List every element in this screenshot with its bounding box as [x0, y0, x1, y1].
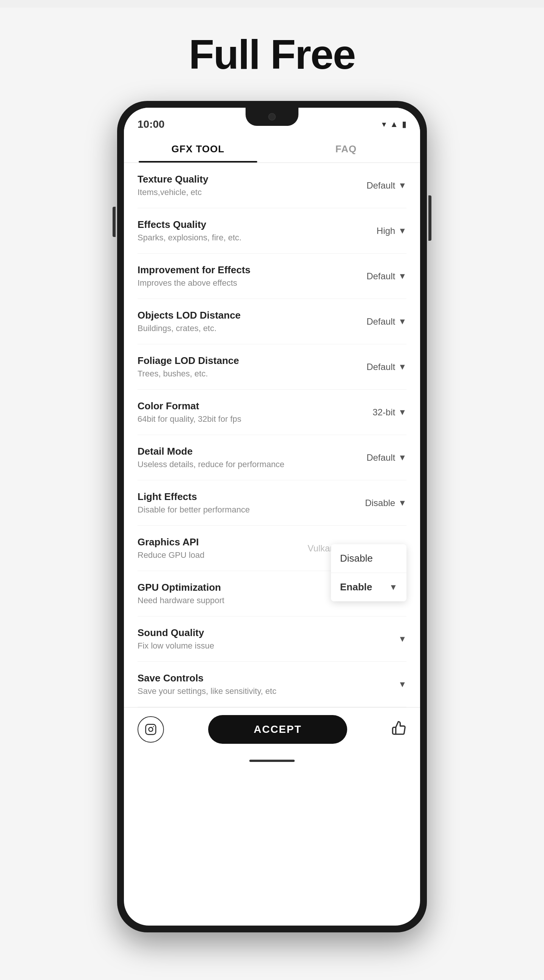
- setting-row-sound-quality: Sound Quality Fix low volume issue ▼: [138, 616, 406, 662]
- dropdown-arrow-color-format[interactable]: ▼: [398, 407, 406, 417]
- phone-shell: 10:00 ▾ ▲ ▮ GFX TOOL FAQ: [117, 101, 427, 932]
- setting-row-texture-quality: Texture Quality Items,vehicle, etc Defau…: [138, 163, 406, 208]
- page-wrapper: Full Free 10:00 ▾ ▲ ▮ GFX TOOL FAQ: [0, 8, 544, 980]
- dropdown-option-enable-label: Enable: [340, 581, 372, 593]
- status-icons: ▾ ▲ ▮: [382, 119, 406, 129]
- setting-name-effects-quality: Effects Quality: [138, 219, 338, 231]
- camera-dot: [268, 113, 276, 121]
- setting-left: Improvement for Effects Improves the abo…: [138, 264, 338, 288]
- status-bar: 10:00 ▾ ▲ ▮: [124, 108, 420, 134]
- dropdown-arrow-sound-quality[interactable]: ▼: [398, 634, 406, 644]
- wifi-icon: ▾: [382, 119, 386, 129]
- setting-row-effects-quality: Effects Quality Sparks, explosions, fire…: [138, 208, 406, 254]
- setting-right[interactable]: Default ▼: [338, 180, 406, 191]
- setting-row-objects-lod: Objects LOD Distance Buildings, crates, …: [138, 299, 406, 344]
- setting-value-foliage-lod: Default: [366, 362, 395, 372]
- setting-right[interactable]: Default ▼: [338, 317, 406, 327]
- setting-desc-save-controls: Save your settings, like sensitivity, et…: [138, 686, 338, 696]
- setting-row-improvement-effects: Improvement for Effects Improves the abo…: [138, 254, 406, 299]
- setting-right[interactable]: High ▼: [338, 226, 406, 236]
- setting-value-objects-lod: Default: [366, 317, 395, 327]
- dropdown-option-enable[interactable]: Enable ▼: [331, 573, 406, 601]
- tabs: GFX TOOL FAQ: [124, 134, 420, 163]
- bottom-bar: ACCEPT: [124, 707, 420, 755]
- setting-right[interactable]: ▼: [338, 679, 406, 689]
- dropdown-arrow-save-controls[interactable]: ▼: [398, 679, 406, 689]
- phone-inner: 10:00 ▾ ▲ ▮ GFX TOOL FAQ: [124, 108, 420, 926]
- accept-button[interactable]: ACCEPT: [208, 715, 347, 744]
- home-indicator: [124, 755, 420, 771]
- dropdown-arrow-improvement-effects[interactable]: ▼: [398, 271, 406, 281]
- page-title: Full Free: [189, 30, 355, 78]
- setting-name-sound-quality: Sound Quality: [138, 627, 338, 639]
- settings-list: Texture Quality Items,vehicle, etc Defau…: [124, 163, 420, 707]
- setting-left: Effects Quality Sparks, explosions, fire…: [138, 219, 338, 243]
- setting-left: Foliage LOD Distance Trees, bushes, etc.: [138, 355, 338, 379]
- setting-name-save-controls: Save Controls: [138, 672, 338, 684]
- setting-desc-foliage-lod: Trees, bushes, etc.: [138, 369, 338, 379]
- status-time: 10:00: [138, 118, 165, 130]
- dropdown-arrow-foliage-lod[interactable]: ▼: [398, 362, 406, 372]
- setting-left: Objects LOD Distance Buildings, crates, …: [138, 310, 338, 333]
- setting-right[interactable]: Default ▼: [338, 362, 406, 372]
- setting-desc-graphics-api: Reduce GPU load: [138, 550, 308, 560]
- instagram-button[interactable]: [138, 716, 164, 743]
- setting-value-effects-quality: High: [377, 226, 395, 236]
- setting-left: Graphics API Reduce GPU load: [138, 536, 308, 560]
- setting-row-save-controls: Save Controls Save your settings, like s…: [138, 662, 406, 707]
- setting-value-detail-mode: Default: [366, 452, 395, 463]
- phone-power-button: [428, 196, 431, 241]
- phone-volume-button: [113, 207, 116, 237]
- dropdown-selected-arrow: ▼: [389, 582, 397, 592]
- signal-icon: ▲: [390, 119, 398, 129]
- thumbs-up-icon: [392, 721, 406, 735]
- setting-left: Save Controls Save your settings, like s…: [138, 672, 338, 696]
- dropdown-arrow-light-effects[interactable]: ▼: [398, 498, 406, 508]
- setting-name-color-format: Color Format: [138, 400, 338, 412]
- dropdown-option-disable[interactable]: Disable: [331, 544, 406, 573]
- setting-desc-detail-mode: Useless details, reduce for performance: [138, 460, 338, 469]
- dropdown-popup: Disable Enable ▼: [331, 544, 406, 601]
- setting-row-detail-mode: Detail Mode Useless details, reduce for …: [138, 435, 406, 480]
- setting-right[interactable]: Default ▼: [338, 452, 406, 463]
- setting-left: Sound Quality Fix low volume issue: [138, 627, 338, 651]
- setting-name-gpu-optimization: GPU Optimization: [138, 582, 338, 593]
- setting-desc-light-effects: Disable for better performance: [138, 505, 338, 515]
- setting-desc-sound-quality: Fix low volume issue: [138, 641, 338, 651]
- dropdown-arrow-objects-lod[interactable]: ▼: [398, 317, 406, 326]
- setting-right[interactable]: Default ▼: [338, 271, 406, 282]
- svg-rect-0: [146, 724, 156, 735]
- setting-name-texture-quality: Texture Quality: [138, 173, 338, 185]
- setting-desc-objects-lod: Buildings, crates, etc.: [138, 323, 338, 333]
- like-button[interactable]: [392, 721, 406, 739]
- setting-left: Texture Quality Items,vehicle, etc: [138, 173, 338, 197]
- setting-name-improvement-effects: Improvement for Effects: [138, 264, 338, 276]
- tab-faq[interactable]: FAQ: [272, 134, 420, 162]
- tab-gfx-tool[interactable]: GFX TOOL: [124, 134, 272, 162]
- setting-right[interactable]: Disable ▼: [338, 498, 406, 508]
- setting-left: GPU Optimization Need hardware support: [138, 582, 338, 605]
- setting-value-light-effects: Disable: [365, 498, 395, 508]
- setting-name-detail-mode: Detail Mode: [138, 445, 338, 457]
- dropdown-option-disable-label: Disable: [340, 552, 373, 564]
- setting-desc-color-format: 64bit for quality, 32bit for fps: [138, 414, 338, 424]
- setting-left: Light Effects Disable for better perform…: [138, 491, 338, 515]
- battery-icon: ▮: [402, 119, 406, 129]
- setting-name-objects-lod: Objects LOD Distance: [138, 310, 338, 321]
- dropdown-arrow-detail-mode[interactable]: ▼: [398, 453, 406, 463]
- setting-name-graphics-api: Graphics API: [138, 536, 308, 548]
- setting-desc-improvement-effects: Improves the above effects: [138, 278, 338, 288]
- dropdown-arrow-texture-quality[interactable]: ▼: [398, 181, 406, 191]
- setting-row-light-effects: Light Effects Disable for better perform…: [138, 480, 406, 526]
- notch: [246, 108, 298, 126]
- setting-desc-texture-quality: Items,vehicle, etc: [138, 188, 338, 197]
- setting-row-color-format: Color Format 64bit for quality, 32bit fo…: [138, 390, 406, 435]
- setting-right[interactable]: 32-bit ▼: [338, 407, 406, 418]
- setting-right[interactable]: ▼: [338, 634, 406, 644]
- setting-left: Detail Mode Useless details, reduce for …: [138, 445, 338, 469]
- dropdown-arrow-effects-quality[interactable]: ▼: [398, 226, 406, 236]
- setting-desc-effects-quality: Sparks, explosions, fire, etc.: [138, 233, 338, 243]
- setting-value-texture-quality: Default: [366, 180, 395, 191]
- setting-value-improvement-effects: Default: [366, 271, 395, 282]
- setting-left: Color Format 64bit for quality, 32bit fo…: [138, 400, 338, 424]
